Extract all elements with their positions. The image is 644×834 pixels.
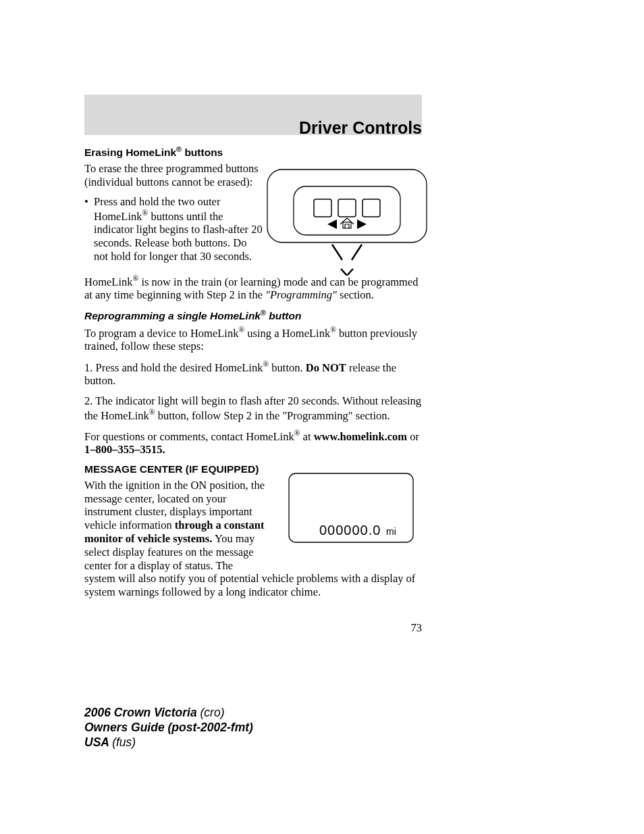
registered-icon: ®	[238, 325, 244, 334]
registered-icon: ®	[176, 145, 182, 153]
content-block-2: HomeLink® is now in the train (or learni…	[84, 274, 422, 599]
svg-rect-0	[267, 170, 427, 242]
registered-icon: ®	[142, 209, 149, 217]
p3b: button, follow Step 2 in the "Programmin…	[155, 409, 390, 421]
footer-line2: Owners Guide (post-2002-fmt)	[84, 721, 253, 735]
svg-rect-1	[294, 186, 400, 235]
mc-p1c-rest: system will also notify you of potential…	[84, 572, 415, 598]
heading-reprogramming: Reprogramming a single HomeLink® button	[84, 309, 422, 323]
contact-info: For questions or comments, contact HomeL…	[84, 429, 422, 457]
p4b: at	[300, 430, 313, 443]
train-mode-text: HomeLink® is now in the train (or learni…	[84, 274, 422, 302]
heading-suffix: buttons	[182, 147, 223, 158]
heading-erasing-homelink: Erasing HomeLink® buttons	[84, 145, 422, 159]
page: Driver Controls Erasing HomeLink® button…	[0, 0, 644, 834]
erase-intro: To erase the three programmed buttons (i…	[84, 162, 263, 189]
reprog-step1: 1. Press and hold the desired HomeLink® …	[84, 360, 422, 388]
registered-icon: ®	[133, 274, 139, 282]
erase-step: Press and hold the two outer HomeLink® b…	[94, 195, 263, 263]
chapter-title: Driver Controls	[299, 118, 422, 138]
footer-code2: (fus)	[112, 735, 136, 749]
p2c: "Programming"	[265, 288, 337, 301]
p2a: 1. Press and hold the desired HomeLink	[84, 361, 263, 373]
page-number: 73	[411, 621, 423, 635]
svg-marker-5	[327, 219, 337, 229]
p4d: or	[407, 430, 419, 443]
p2d: section.	[337, 288, 374, 301]
heading-text: Reprogramming a single HomeLink	[84, 310, 261, 321]
homelink-url: www.homelink.com	[314, 430, 407, 443]
reprog-step2: 2. The indicator light will begin to fla…	[84, 394, 422, 422]
footer-line3: USA (fus)	[84, 735, 253, 750]
p1a: To program a device to HomeLink	[84, 326, 238, 339]
p1b: using a HomeLink	[244, 326, 330, 339]
p2a: HomeLink	[84, 276, 133, 288]
registered-icon: ®	[330, 325, 336, 334]
odometer-diagram: 000000.0 mi	[288, 473, 414, 543]
svg-rect-3	[338, 199, 356, 217]
svg-rect-2	[314, 199, 331, 217]
p2c: Do NOT	[306, 361, 346, 373]
heading-suffix: button	[266, 310, 302, 321]
svg-line-9	[352, 244, 362, 260]
homelink-phone: 1–800–355–3515.	[84, 443, 165, 456]
p4a: For questions or comments, contact HomeL…	[84, 430, 294, 443]
footer-model: 2006 Crown Victoria	[84, 706, 200, 719]
svg-marker-6	[357, 219, 367, 229]
footer-line1: 2006 Crown Victoria (cro)	[84, 706, 253, 721]
svg-rect-4	[363, 199, 380, 217]
registered-icon: ®	[149, 408, 155, 416]
heading-text: Erasing HomeLink	[84, 147, 176, 158]
reprog-intro: To program a device to HomeLink® using a…	[84, 325, 422, 353]
odometer-value: 000000.0	[319, 523, 381, 538]
registered-icon: ®	[261, 309, 266, 317]
footer-code1: (cro)	[200, 706, 225, 719]
footer-region: USA	[84, 735, 112, 749]
svg-line-8	[332, 244, 342, 260]
odometer-unit: mi	[386, 526, 396, 537]
homelink-diagram	[267, 169, 427, 276]
svg-rect-7	[343, 222, 351, 228]
registered-icon: ®	[263, 360, 269, 368]
footer: 2006 Crown Victoria (cro) Owners Guide (…	[84, 706, 253, 750]
p2b: button.	[269, 361, 306, 373]
